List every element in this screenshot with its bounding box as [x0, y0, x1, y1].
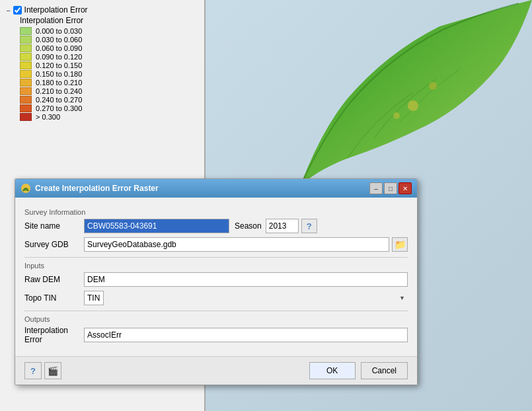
- info-footer-button[interactable]: 🎬: [44, 362, 61, 379]
- maximize-button[interactable]: □: [384, 182, 397, 194]
- legend-item: 0.120 to 0.150: [20, 61, 198, 69]
- legend-item: 0.060 to 0.090: [20, 44, 198, 52]
- legend-item-label: > 0.300: [36, 113, 60, 121]
- legend-item-label: 0.060 to 0.090: [36, 44, 82, 52]
- svg-point-1: [429, 82, 437, 90]
- info-footer-icon: 🎬: [48, 366, 58, 376]
- help-footer-icon: ?: [30, 366, 36, 376]
- inputs-divider: [24, 257, 408, 258]
- interp-error-label: Interpolation Error: [24, 326, 84, 344]
- legend-item-label: 0.030 to 0.060: [36, 36, 82, 44]
- help-icon: ?: [307, 221, 312, 231]
- season-label: Season: [235, 221, 262, 231]
- interp-error-row: Interpolation Error: [24, 326, 408, 344]
- survey-gdb-row: Survey GDB 📁: [24, 237, 408, 252]
- inputs-header: Inputs: [24, 262, 408, 270]
- legend-color-swatch: [20, 70, 32, 78]
- outputs-divider: [24, 311, 408, 311]
- svg-point-2: [393, 112, 400, 119]
- legend-item-label: 0.090 to 0.120: [36, 53, 82, 61]
- dialog-titlebar: Create Interpolation Error Raster – □ ✕: [15, 179, 417, 198]
- legend-color-swatch: [20, 104, 32, 112]
- expand-icon[interactable]: –: [7, 7, 11, 14]
- legend-item: 0.150 to 0.180: [20, 70, 198, 78]
- raw-dem-row: Raw DEM: [24, 272, 408, 287]
- legend-item: 0.030 to 0.060: [20, 36, 198, 44]
- dialog-icon: [20, 183, 31, 194]
- help-footer-button[interactable]: ?: [24, 362, 42, 379]
- legend-item: 0.090 to 0.120: [20, 53, 198, 61]
- legend-color-swatch: [20, 96, 32, 104]
- folder-icon: 📁: [395, 239, 406, 250]
- legend-item-label: 0.240 to 0.270: [36, 96, 82, 104]
- raw-dem-input: [84, 272, 408, 287]
- legend-item: 0.000 to 0.030: [20, 27, 198, 35]
- topo-tin-row: Topo TIN TIN: [24, 291, 408, 305]
- legend-color-swatch: [20, 44, 32, 52]
- legend-item-label: 0.120 to 0.150: [36, 61, 82, 69]
- survey-gdb-input[interactable]: [84, 237, 389, 252]
- dialog-footer: ? 🎬 OK Cancel: [15, 356, 417, 385]
- legend-item-label: 0.000 to 0.030: [36, 27, 82, 35]
- legend-color-swatch: [20, 79, 32, 87]
- footer-right: OK Cancel: [309, 362, 408, 379]
- legend-subtitle: Interpolation Error: [20, 16, 198, 25]
- legend-item: > 0.300: [20, 113, 198, 121]
- raw-dem-label: Raw DEM: [24, 275, 84, 284]
- help-button[interactable]: ?: [301, 219, 317, 233]
- interp-error-input[interactable]: [84, 328, 408, 342]
- topo-tin-select[interactable]: TIN: [84, 291, 104, 305]
- survey-info-header: Survey Information: [24, 208, 408, 216]
- ok-button[interactable]: OK: [309, 362, 356, 379]
- dialog-title: Create Interpolation Error Raster: [35, 184, 369, 193]
- dialog-body: Survey Information Site name Season ? Su…: [15, 198, 417, 356]
- legend-item: 0.270 to 0.300: [20, 104, 198, 112]
- outputs-header: Outputs: [24, 315, 408, 323]
- survey-gdb-label: Survey GDB: [24, 240, 84, 249]
- cancel-button[interactable]: Cancel: [361, 362, 408, 379]
- dialog: Create Interpolation Error Raster – □ ✕ …: [15, 178, 418, 385]
- minimize-button[interactable]: –: [369, 182, 383, 194]
- legend-color-swatch: [20, 87, 32, 95]
- legend-item-label: 0.270 to 0.300: [36, 104, 82, 112]
- browse-button[interactable]: 📁: [392, 237, 408, 252]
- legend-title: Interpolation Error: [24, 5, 88, 15]
- legend-color-swatch: [20, 36, 32, 44]
- legend-item: 0.210 to 0.240: [20, 87, 198, 95]
- site-name-row: Site name Season ?: [24, 219, 408, 233]
- site-name-label: Site name: [24, 221, 84, 231]
- footer-left: ? 🎬: [24, 362, 309, 379]
- legend-items: 0.000 to 0.0300.030 to 0.0600.060 to 0.0…: [20, 27, 198, 121]
- site-name-input[interactable]: [84, 219, 229, 233]
- legend-item: 0.240 to 0.270: [20, 96, 198, 104]
- legend-checkbox[interactable]: [13, 6, 22, 15]
- legend-color-swatch: [20, 53, 32, 61]
- dialog-controls: – □ ✕: [369, 182, 412, 194]
- legend-color-swatch: [20, 61, 32, 69]
- season-input[interactable]: [266, 219, 299, 233]
- close-button[interactable]: ✕: [399, 182, 412, 194]
- legend-item: 0.180 to 0.210: [20, 79, 198, 87]
- legend-item-label: 0.180 to 0.210: [36, 79, 82, 87]
- legend-item-label: 0.210 to 0.240: [36, 87, 82, 95]
- topo-tin-wrapper: TIN: [84, 291, 408, 305]
- legend-color-swatch: [20, 27, 32, 35]
- topo-tin-label: Topo TIN: [24, 293, 84, 303]
- svg-point-0: [408, 100, 418, 111]
- leaf-image: [268, 0, 532, 198]
- legend-item-label: 0.150 to 0.180: [36, 70, 82, 78]
- legend-color-swatch: [20, 113, 32, 121]
